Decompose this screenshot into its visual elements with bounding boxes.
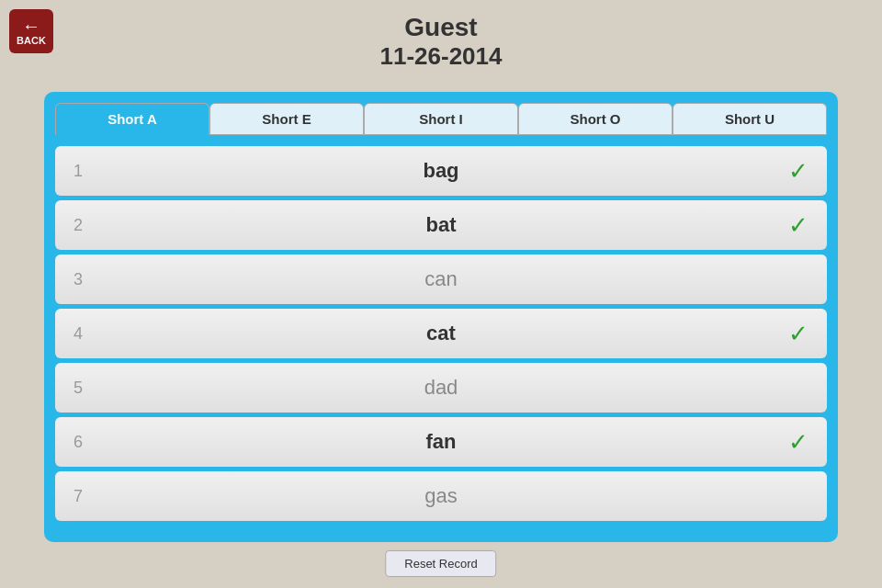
reset-record-button[interactable]: Reset Record <box>385 550 496 577</box>
row-word: can <box>110 267 772 291</box>
row-number: 3 <box>74 270 110 289</box>
word-row: 3can <box>55 254 827 304</box>
tab-short-i[interactable]: Short I <box>364 103 518 135</box>
header: Guest 11-26-2014 <box>0 0 882 71</box>
tab-short-a[interactable]: Short A <box>55 103 209 135</box>
word-row: 4cat✓ <box>55 309 827 358</box>
row-word: cat <box>110 322 772 345</box>
word-row: 5dad <box>55 363 827 413</box>
back-arrow-icon: ← <box>22 17 40 35</box>
back-button[interactable]: ← BACK <box>9 9 53 53</box>
row-word: bag <box>110 159 772 183</box>
row-checkmark: ✓ <box>772 211 808 240</box>
tab-short-o[interactable]: Short O <box>518 103 673 135</box>
tabs-bar: Short AShort EShort IShort OShort U <box>55 103 827 135</box>
word-row: 7gas <box>55 471 827 521</box>
row-word: dad <box>110 376 772 400</box>
word-row: 6fan✓ <box>55 417 827 467</box>
row-number: 4 <box>74 324 110 344</box>
row-word: gas <box>110 484 772 508</box>
row-number: 2 <box>74 216 110 235</box>
word-row: 1bag✓ <box>55 146 827 196</box>
row-number: 5 <box>74 379 110 398</box>
word-list: 1bag✓2bat✓3can4cat✓5dad6fan✓7gas <box>55 146 827 521</box>
tab-short-e[interactable]: Short E <box>209 103 364 135</box>
row-word: fan <box>110 430 772 454</box>
back-label: BACK <box>17 35 46 46</box>
row-checkmark: ✓ <box>772 428 808 457</box>
tab-short-u[interactable]: Short U <box>673 103 827 135</box>
row-number: 1 <box>74 162 110 181</box>
row-number: 7 <box>74 487 110 506</box>
main-panel: Short AShort EShort IShort OShort U 1bag… <box>44 92 838 542</box>
row-checkmark: ✓ <box>772 157 808 186</box>
row-word: bat <box>110 213 772 237</box>
guest-date: 11-26-2014 <box>0 42 882 71</box>
row-number: 6 <box>74 433 110 452</box>
guest-name: Guest <box>0 13 882 42</box>
row-checkmark: ✓ <box>772 320 808 348</box>
word-row: 2bat✓ <box>55 200 827 250</box>
